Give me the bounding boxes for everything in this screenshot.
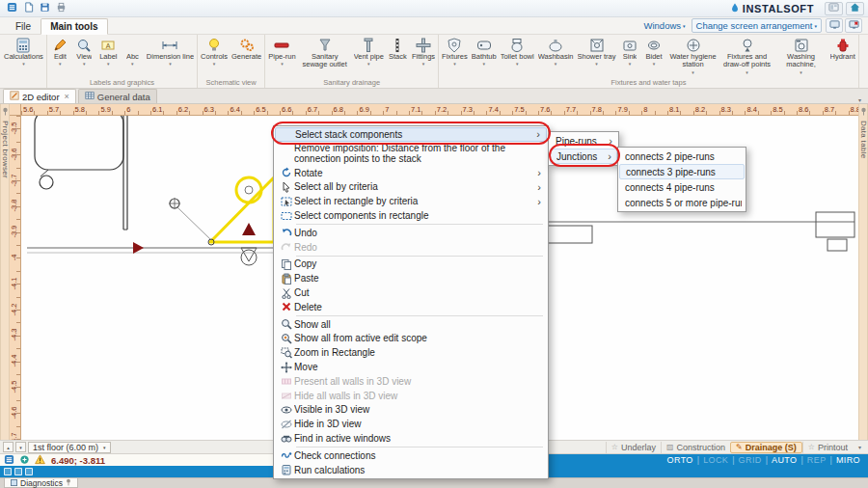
submenu-item-connects-3-pipe-runs[interactable]: connects 3 pipe-runs	[619, 164, 745, 179]
selected-stack-circle[interactable]	[236, 177, 261, 203]
change-screen-arrangement-menu[interactable]: Change screen arrangement▾	[692, 18, 822, 33]
ribbon-group-caption: Labels and graphics	[48, 78, 196, 88]
hruler-label: 7.6	[540, 105, 550, 114]
layout-button[interactable]	[825, 2, 843, 15]
menu-item-zoom-in-rectangle[interactable]: Zoom in Rectangle	[275, 345, 547, 360]
ribbon-button-bathtub[interactable]: Bathtub▾	[470, 36, 499, 78]
ribbon-button-edit[interactable]: Edit▾	[48, 36, 72, 78]
menu-item-delete[interactable]: Delete	[275, 300, 547, 314]
ribbon-button-bidet[interactable]: Bidet▾	[642, 36, 666, 78]
menu-item-copy[interactable]: Copy	[275, 258, 547, 272]
menu-tab-file[interactable]: File	[6, 18, 41, 35]
mode-lock[interactable]: LOCK	[703, 455, 728, 465]
menu-item-find-in-active-windows[interactable]: Find in active windows	[275, 431, 547, 446]
dropdown-arrow-icon: ▾	[516, 61, 519, 68]
vruler-label: -4.1	[10, 273, 19, 294]
ribbon-button-hydrant[interactable]: Hydrant	[828, 36, 857, 78]
print-button[interactable]	[53, 2, 68, 15]
submenu-item-connects-4-pipe-runs[interactable]: connects 4 pipe-runs	[619, 179, 745, 195]
menu-item-select-all-by-criteria[interactable]: Select all by criteria›	[275, 180, 547, 195]
menu-item-visible-in-3d-view[interactable]: Visible in 3D view	[275, 403, 547, 418]
ribbon-button-washing-machine-dishwasher[interactable]: Washing machine, Dishwasher▾	[774, 36, 828, 78]
menu-tab-main-tools[interactable]: Main tools	[41, 18, 107, 35]
mode-miro[interactable]: MIRO	[836, 455, 860, 465]
ribbon-button-pipe-run[interactable]: Pipe-run▾	[266, 36, 297, 78]
mode-orto[interactable]: ORTO	[667, 455, 693, 465]
close-tab-icon[interactable]: ×	[65, 92, 69, 101]
menu-item-cut[interactable]: Cut	[275, 285, 547, 300]
monitor-close-button[interactable]	[845, 18, 862, 33]
doc-tab-general-data[interactable]: General data	[78, 89, 157, 103]
ribbon-button-water-hygiene-station-standalone[interactable]: Water hygiene station (standalone)▾	[666, 36, 720, 78]
menu-item-hide-in-3d-view[interactable]: Hide in 3D view	[275, 417, 547, 431]
ribbon-button-washbasin[interactable]: Washbasin▾	[536, 36, 576, 78]
ribbon-button-calculations[interactable]: Calculations▾	[2, 36, 45, 78]
ribbon-button-sanitary-sewage-outlet[interactable]: Sanitary sewage outlet	[298, 36, 352, 78]
ribbon-button-generate[interactable]: Generate	[230, 36, 263, 78]
selected-stack-triangle[interactable]	[210, 177, 274, 242]
app-menu-button[interactable]	[4, 2, 19, 15]
layer-toggle-construction[interactable]: ▨Construction	[661, 442, 730, 453]
menu-item-paste[interactable]: Paste	[275, 271, 547, 285]
menu-item-move[interactable]: Move	[275, 360, 547, 374]
windows-menu[interactable]: Windows▾	[639, 20, 689, 31]
ribbon-button-dimension-line[interactable]: Dimension line▾	[145, 36, 196, 78]
submenu-item-junctions[interactable]: Junctions›	[550, 149, 617, 164]
tab-overflow-chevron-icon[interactable]: ▾	[854, 96, 865, 103]
dropdown-arrow-icon: ▾	[800, 69, 802, 76]
submenu-item-connects-2-pipe-runs[interactable]: connects 2 pipe-runs	[619, 149, 745, 164]
menu-item-undo[interactable]: Undo	[275, 226, 547, 240]
hruler: 5.65.75.85.966.16.26.36.46.56.66.76.86.9…	[21, 104, 858, 116]
vruler-label: -3.9	[10, 221, 19, 242]
project-browser-strip[interactable]: Project browser	[0, 104, 10, 440]
ribbon-button-sink[interactable]: Sink▾	[618, 36, 642, 78]
ribbon-button-view[interactable]: View▾	[72, 36, 96, 78]
panel-icon-2[interactable]	[14, 468, 22, 475]
layer-toggle-underlay[interactable]: ☆Underlay	[606, 442, 661, 453]
menu-item-rotate[interactable]: Rotate›	[275, 166, 547, 180]
ribbon-button-controls[interactable]: Controls▾	[199, 36, 230, 78]
mode-grid[interactable]: GRID	[739, 455, 762, 465]
ribbon-button-fixtures[interactable]: Fixtures▾	[440, 36, 470, 78]
home-button[interactable]	[846, 2, 864, 15]
floor-down-button[interactable]: ▾	[15, 442, 26, 452]
menu-item-show-all[interactable]: Show all	[275, 317, 547, 332]
floor-selector[interactable]: 1st floor (6.00 m) ▾	[28, 442, 111, 453]
submenu-item-pipe-runs[interactable]: Pipe-runs›	[550, 133, 617, 149]
diagnostics-tab[interactable]: Diagnostics	[4, 478, 78, 488]
panel-icon-3[interactable]	[25, 468, 33, 475]
mode-auto[interactable]: AUTO	[772, 455, 797, 465]
ribbon-button-abc[interactable]: Abc▾	[121, 36, 145, 78]
menu-item-select-stack-components[interactable]: Select stack components›	[275, 127, 547, 142]
floor-up-button[interactable]: ▴	[3, 442, 14, 452]
hruler-label: 8	[643, 105, 647, 114]
ribbon-button-fittings[interactable]: Fittings▾	[410, 36, 437, 78]
panel-icon-1[interactable]	[4, 468, 12, 475]
ribbon-button-shower-tray[interactable]: Shower tray▾	[576, 36, 618, 78]
data-table-strip[interactable]: Data table	[858, 104, 868, 440]
svg-text:A: A	[106, 41, 111, 48]
ribbon-button-label[interactable]: ALabel▾	[96, 36, 121, 78]
new-document-button[interactable]	[20, 2, 36, 15]
menu-item-select-components-in-rectangle[interactable]: Select components in rectangle	[275, 208, 547, 223]
menu-item-run-calculations[interactable]: Run calculations	[275, 463, 547, 477]
data-table-label: Data table	[859, 121, 868, 158]
submenu-item-connects-5-or-more-pipe-runs[interactable]: connects 5 or more pipe-runs	[619, 195, 745, 210]
layer-toggle-printout[interactable]: ☆Printout	[802, 442, 853, 453]
ribbon-button-toilet-bowl[interactable]: Toilet bowl▾	[499, 36, 536, 78]
save-button[interactable]	[37, 2, 52, 15]
ribbon-button-stack[interactable]: Stack	[386, 36, 410, 78]
monitor-button[interactable]	[826, 18, 843, 33]
vruler-label: -4	[10, 247, 19, 268]
menu-item-check-connections[interactable]: Check connections	[275, 448, 547, 463]
doc-tab-2d-editor[interactable]: 2D editor×	[3, 89, 76, 103]
mode-rep[interactable]: REP	[807, 455, 827, 465]
menu-item-select-in-rectangle-by-criteria[interactable]: Select in rectangle by criteria›	[275, 194, 547, 208]
ribbon-button-fixtures-and-draw-off-points[interactable]: Fixtures and draw-off points▾	[720, 36, 774, 78]
floorbar-chevron-icon[interactable]: ▾	[854, 444, 865, 450]
menu-item-remove-imposition-distance-from-the-floor-[interactable]: Remove imposition: Distance from the flo…	[275, 142, 547, 166]
run-calc-icon	[278, 464, 294, 475]
ribbon-button-vent-pipe[interactable]: Vent pipe▾	[352, 36, 386, 78]
menu-item-show-all-from-active-edit-scope[interactable]: Show all from active edit scope	[275, 332, 547, 346]
layer-toggle-drainage-s[interactable]: ✎Drainage (S)	[730, 442, 802, 453]
